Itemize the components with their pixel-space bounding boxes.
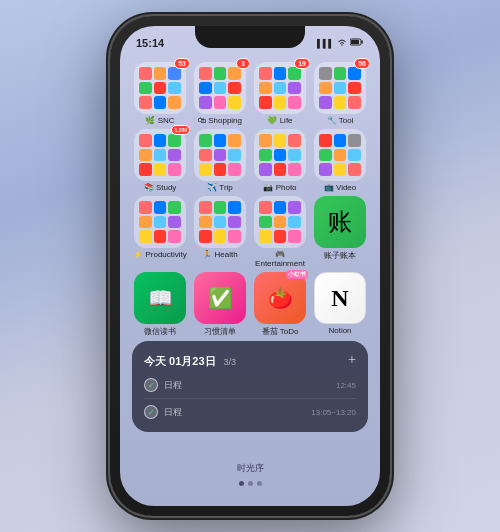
folder-cell xyxy=(214,163,227,176)
folder-cell xyxy=(288,96,301,109)
folder-icon-tool[interactable]: 56 xyxy=(314,62,366,114)
widget-task-content-2: 日程 xyxy=(164,406,305,419)
signal-icon: ▌▌▌ xyxy=(317,39,334,48)
checkmark-icon-1: ✓ xyxy=(148,381,155,390)
folder-cell xyxy=(214,96,227,109)
app-icon-wechat-read[interactable]: 📖 xyxy=(134,272,186,324)
widget-todo[interactable]: 今天 01月23日 3/3 + ✓ 日程 12:45 xyxy=(132,341,368,432)
folder-label-life: 💚 Life xyxy=(267,116,292,125)
app-label-wechat-read: 微信读书 xyxy=(144,326,176,337)
check-circle-1[interactable]: ✓ xyxy=(144,378,158,392)
wifi-icon xyxy=(337,38,347,48)
app-icon-zhangben[interactable]: 账 xyxy=(314,196,366,248)
battery-icon xyxy=(350,38,364,48)
folder-life[interactable]: 19 💚 Life xyxy=(252,62,308,125)
folder-shopping[interactable]: 3 🛍 Shopping xyxy=(192,62,248,125)
folder-cell xyxy=(199,163,212,176)
folder-cell xyxy=(288,82,301,95)
folder-study[interactable]: 1,000 📚 Study xyxy=(132,129,188,192)
folder-video[interactable]: 📺 Video xyxy=(312,129,368,192)
folder-productivity[interactable]: ⚡ Productivity xyxy=(132,196,188,268)
folder-icon-video[interactable] xyxy=(314,129,366,181)
app-icon-habit[interactable]: ✅ xyxy=(194,272,246,324)
app-label-todo: 番茄 ToDo xyxy=(262,326,299,337)
folder-icon-productivity[interactable] xyxy=(134,196,186,248)
folder-entertainment[interactable]: 🎮 Entertainment xyxy=(252,196,308,268)
folder-cell xyxy=(228,96,241,109)
check-circle-2[interactable]: ✓ xyxy=(144,405,158,419)
folder-cell xyxy=(154,163,167,176)
page-dot-3[interactable] xyxy=(257,481,262,486)
folder-cell xyxy=(228,149,241,162)
folder-photo[interactable]: 📷 Photo xyxy=(252,129,308,192)
folder-cell xyxy=(199,216,212,229)
folder-cell xyxy=(348,134,361,147)
page-dot-1[interactable] xyxy=(239,481,244,486)
folder-cell xyxy=(259,201,272,214)
folder-icon-life[interactable]: 19 xyxy=(254,62,306,114)
folder-health[interactable]: 🏃 Health xyxy=(192,196,248,268)
folder-cell xyxy=(139,149,152,162)
phone-screen: 15:14 ▌▌▌ xyxy=(120,26,380,506)
folder-icon-entertainment[interactable] xyxy=(254,196,306,248)
folder-cell xyxy=(199,96,212,109)
folder-icon-health[interactable] xyxy=(194,196,246,248)
folder-cell xyxy=(228,163,241,176)
folder-label-productivity: ⚡ Productivity xyxy=(133,250,187,259)
folder-icon-study[interactable]: 1,000 xyxy=(134,129,186,181)
folder-cell xyxy=(228,216,241,229)
folder-cell xyxy=(259,82,272,95)
folder-label-video: 📺 Video xyxy=(324,183,357,192)
folder-cell xyxy=(214,201,227,214)
folder-cell xyxy=(274,149,287,162)
folder-cell xyxy=(199,149,212,162)
folder-cell xyxy=(259,230,272,243)
folder-cell xyxy=(168,216,181,229)
folder-cell xyxy=(168,82,181,95)
widget-add-button[interactable]: + xyxy=(348,352,356,368)
notch xyxy=(195,26,305,48)
app-row-2: 1,000 📚 Study xyxy=(132,129,368,192)
folder-cell xyxy=(154,134,167,147)
widget-task-2[interactable]: ✓ 日程 13:05~13:20 xyxy=(144,402,356,422)
app-zhangben[interactable]: 账 账子账本 xyxy=(312,196,368,268)
widget-count: 3/3 xyxy=(224,357,237,367)
checkmark-icon-2: ✓ xyxy=(148,408,155,417)
folder-cell xyxy=(154,230,167,243)
badge-life: 19 xyxy=(294,58,310,69)
task-title-2: 日程 xyxy=(164,406,305,419)
app-notion[interactable]: N Notion xyxy=(312,272,368,337)
folder-cell xyxy=(334,82,347,95)
app-icon-notion[interactable]: N xyxy=(314,272,366,324)
folder-icon-snc[interactable]: 53 xyxy=(134,62,186,114)
folder-cell xyxy=(259,163,272,176)
folder-trip[interactable]: ✈️ Trip xyxy=(192,129,248,192)
folder-icon-photo[interactable] xyxy=(254,129,306,181)
folder-cell xyxy=(139,82,152,95)
folder-cell xyxy=(228,230,241,243)
folder-icon-shopping[interactable]: 3 xyxy=(194,62,246,114)
folder-snc[interactable]: 53 🌿 SNC xyxy=(132,62,188,125)
folder-cell xyxy=(348,82,361,95)
app-label-notion: Notion xyxy=(328,326,351,335)
task-time-2: 13:05~13:20 xyxy=(311,408,356,417)
folder-cell xyxy=(334,96,347,109)
folder-cell xyxy=(199,82,212,95)
folder-cell xyxy=(288,216,301,229)
widget-task-1[interactable]: ✓ 日程 12:45 xyxy=(144,375,356,395)
folder-icon-trip[interactable] xyxy=(194,129,246,181)
folder-cell xyxy=(154,82,167,95)
page-dots xyxy=(239,481,262,486)
home-content: 53 🌿 SNC xyxy=(120,54,380,506)
folder-cell xyxy=(228,82,241,95)
app-icon-todo[interactable]: 🍅 小红书 xyxy=(254,272,306,324)
app-todo[interactable]: 🍅 小红书 番茄 ToDo xyxy=(252,272,308,337)
app-wechat-read[interactable]: 📖 微信读书 xyxy=(132,272,188,337)
app-habit[interactable]: ✅ 习惯清单 xyxy=(192,272,248,337)
folder-cell xyxy=(139,201,152,214)
page-dot-2[interactable] xyxy=(248,481,253,486)
folder-tool[interactable]: 56 🔧 Tool xyxy=(312,62,368,125)
phone-frame: 15:14 ▌▌▌ xyxy=(110,16,390,516)
folder-cell xyxy=(334,149,347,162)
folder-cell xyxy=(199,201,212,214)
